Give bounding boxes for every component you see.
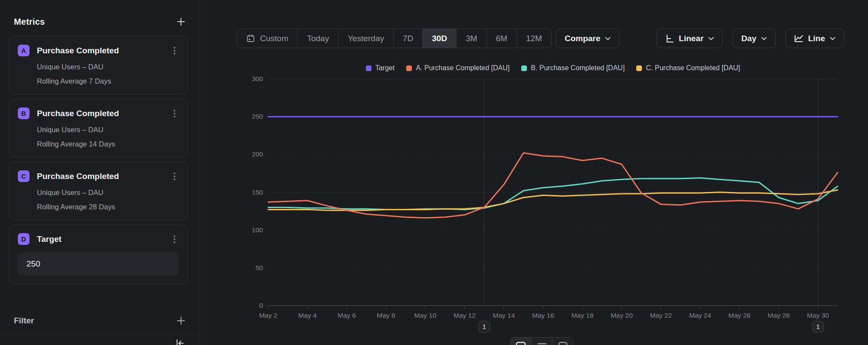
x-axis-label: May 30 <box>807 312 829 319</box>
range-segment-label: 30D <box>432 34 447 43</box>
chart-pane: CustomTodayYesterday7D30D3M6M12M Compare… <box>201 0 868 345</box>
metric-badge: C <box>18 170 30 182</box>
metric-title: Purchase Completed <box>37 109 170 118</box>
metrics-sidebar: Metrics APurchase CompletedUnique Users … <box>0 0 200 345</box>
y-axis-label: 100 <box>252 226 263 234</box>
range-segment-3m[interactable]: 3M <box>456 29 486 48</box>
y-axis-label: 50 <box>256 264 263 271</box>
range-segment-label: 3M <box>466 34 477 43</box>
chart-type-select-button[interactable]: Line <box>786 29 844 48</box>
range-segment-label: 12M <box>526 34 542 43</box>
y-axis-label: 150 <box>252 189 263 196</box>
add-metric-button[interactable] <box>175 16 187 27</box>
line-chart[interactable]: 050100150200250300May 2May 4May 6May 8Ma… <box>237 74 844 345</box>
filter-section: Filter <box>14 314 187 328</box>
range-segment-label: 7D <box>403 34 413 43</box>
line-view-icon <box>516 342 526 345</box>
chevron-down-icon <box>605 37 611 40</box>
y-axis-label: 250 <box>252 113 263 120</box>
metric-rolling-average: Rolling Average 28 Days <box>37 203 179 211</box>
legend-swatch <box>366 65 372 71</box>
chart-type-label: Line <box>808 34 825 43</box>
metric-rolling-average: Rolling Average 7 Days <box>37 77 179 85</box>
legend-item[interactable]: C. Purchase Completed [DAU] <box>636 64 740 72</box>
line-chart-view-button[interactable] <box>510 338 531 345</box>
x-axis-label: May 6 <box>338 312 356 319</box>
collapse-sidebar-button[interactable] <box>174 338 185 345</box>
linear-scale-icon <box>665 34 674 43</box>
metric-kebab-menu-icon[interactable] <box>170 46 179 56</box>
range-segment-label: Today <box>307 34 329 43</box>
add-filter-button[interactable] <box>175 315 187 326</box>
x-axis-label: May 14 <box>493 312 515 319</box>
sidebar-title: Metrics <box>14 17 45 27</box>
compare-label: Compare <box>565 34 600 43</box>
interval-select-button[interactable]: Day <box>733 29 776 48</box>
filter-label: Filter <box>14 316 34 325</box>
date-range-segmented-control: CustomTodayYesterday7D30D3M6M12M <box>237 29 552 48</box>
chevron-down-icon <box>830 37 835 40</box>
annotation-badge-label: 1 <box>482 323 486 330</box>
metric-title: Purchase Completed <box>37 172 170 181</box>
x-axis-label: May 8 <box>377 312 395 319</box>
target-card: D Target <box>9 225 188 285</box>
interval-label: Day <box>741 34 756 43</box>
metric-rolling-average: Rolling Average 14 Days <box>37 140 179 148</box>
compare-button[interactable]: Compare <box>556 29 619 48</box>
metric-card-list: APurchase CompletedUnique Users – DAURol… <box>0 30 200 220</box>
x-axis-label: May 16 <box>532 312 554 319</box>
sidebar-header: Metrics <box>0 0 200 30</box>
x-axis-label: May 22 <box>650 312 672 319</box>
series-line-a[interactable] <box>268 153 838 218</box>
legend-label: Target <box>375 64 395 72</box>
x-axis-label: May 26 <box>728 312 750 319</box>
table-view-button[interactable] <box>552 338 573 345</box>
legend-label: A. Purchase Completed [DAU] <box>416 64 510 72</box>
y-axis-label: 300 <box>252 75 263 82</box>
scale-label: Linear <box>679 34 704 43</box>
range-segment-30d[interactable]: 30D <box>422 29 456 48</box>
metric-measure: Unique Users – DAU <box>37 126 179 134</box>
legend-label: B. Purchase Completed [DAU] <box>531 64 625 72</box>
metric-card: CPurchase CompletedUnique Users – DAURol… <box>9 162 188 220</box>
target-value-input[interactable] <box>18 252 179 276</box>
chart-type-switcher <box>510 337 573 345</box>
x-axis-label: May 18 <box>571 312 593 319</box>
metric-badge: B <box>18 107 30 119</box>
x-axis-label: May 20 <box>611 312 633 319</box>
bar-view-icon <box>537 342 547 345</box>
y-axis-label: 200 <box>252 150 263 158</box>
range-segment-custom[interactable]: Custom <box>237 29 297 48</box>
legend-item[interactable]: B. Purchase Completed [DAU] <box>521 64 625 72</box>
plus-icon <box>176 316 186 325</box>
range-segment-label: 6M <box>496 34 507 43</box>
calendar-icon <box>247 34 255 42</box>
metric-title: Purchase Completed <box>37 46 170 55</box>
legend-item[interactable]: A. Purchase Completed [DAU] <box>406 64 510 72</box>
legend-item[interactable]: Target <box>366 64 395 72</box>
series-line-b[interactable] <box>268 178 838 209</box>
collapse-left-icon <box>174 338 185 345</box>
metric-kebab-menu-icon[interactable] <box>170 171 179 182</box>
range-segment-7d[interactable]: 7D <box>393 29 422 48</box>
target-badge: D <box>18 233 30 245</box>
range-segment-label: Yesterday <box>348 34 384 43</box>
scale-select-button[interactable]: Linear <box>657 29 723 48</box>
legend-swatch <box>406 65 412 71</box>
bar-chart-view-button[interactable] <box>531 338 552 345</box>
plus-icon <box>176 17 186 26</box>
legend-swatch <box>521 65 527 71</box>
x-axis-label: May 24 <box>689 312 711 319</box>
legend-label: C. Purchase Completed [DAU] <box>646 64 740 72</box>
range-segment-6m[interactable]: 6M <box>487 29 516 48</box>
table-view-icon <box>558 342 568 345</box>
range-segment-12m[interactable]: 12M <box>516 29 551 48</box>
metric-card: APurchase CompletedUnique Users – DAURol… <box>9 36 188 94</box>
chevron-down-icon <box>761 37 767 40</box>
metric-kebab-menu-icon[interactable] <box>170 108 179 119</box>
target-kebab-menu-icon[interactable] <box>170 234 179 244</box>
chart-toolbar: CustomTodayYesterday7D30D3M6M12M Compare… <box>237 29 844 48</box>
series-line-c[interactable] <box>268 190 838 210</box>
range-segment-yesterday[interactable]: Yesterday <box>338 29 393 48</box>
range-segment-today[interactable]: Today <box>297 29 338 48</box>
